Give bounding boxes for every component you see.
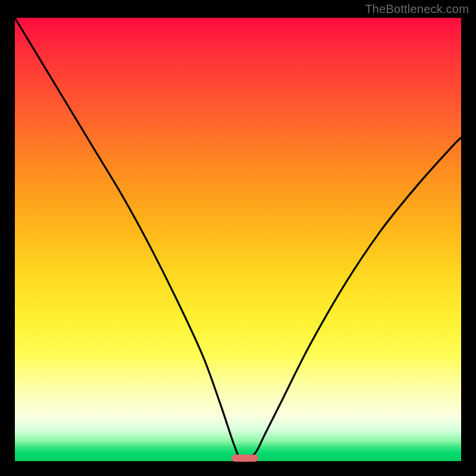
optimal-range-marker: [231, 455, 258, 462]
chart-frame: TheBottleneck.com: [0, 0, 476, 476]
plot-area: [15, 18, 461, 461]
watermark-text: TheBottleneck.com: [365, 2, 469, 16]
bottleneck-curve: [15, 18, 461, 461]
